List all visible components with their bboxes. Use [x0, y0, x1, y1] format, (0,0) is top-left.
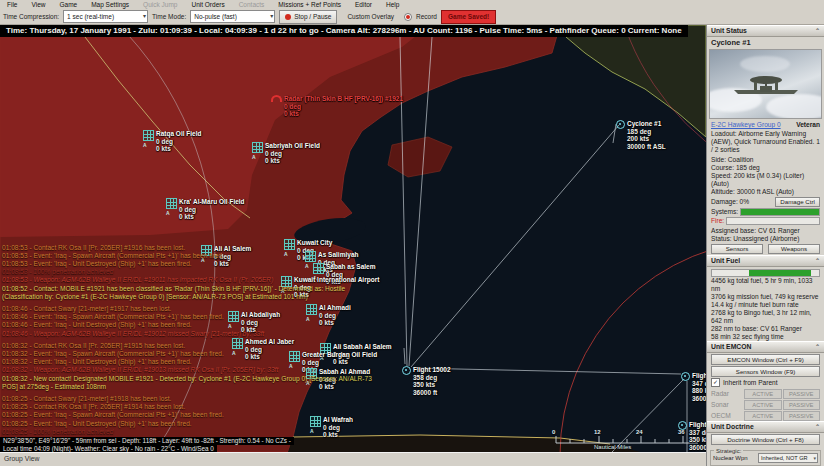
log-entry[interactable]: 01:08:25 - Contact RK Osa II [Pr. 205ER]…: [2, 403, 372, 411]
log-entry[interactable]: 01:08:46 - Event: 'Iraq - Unit Destroyed…: [2, 321, 372, 329]
inherit-checkbox[interactable]: ✓: [711, 378, 720, 387]
aircraft-silhouette: [724, 72, 808, 102]
unit-fuel-header-label: Unit Fuel: [711, 257, 740, 265]
doctrine-select[interactable]: Inherited, NOT GR: [758, 453, 818, 463]
systems-label: Systems:: [711, 208, 738, 216]
menubar: FileViewGameMap SettingsQuick JumpUnit O…: [0, 0, 824, 9]
menu-missions-ref-points[interactable]: Missions + Ref Points: [271, 0, 348, 9]
collapse-icon[interactable]: ⌃: [815, 27, 820, 35]
map-unit-air[interactable]: Flight 15003347 deg880 kts36000 ft: [681, 372, 706, 402]
log-entry[interactable]: 01:08:53 - Contact RK Osa II [Pr. 205ER]…: [2, 244, 372, 252]
message-log[interactable]: 01:08:53 - Contact RK Osa II [Pr. 205ER]…: [2, 244, 372, 436]
emcon-passive-button[interactable]: PASSIVE: [783, 400, 821, 410]
log-entry[interactable]: 01:08:32 - Contact RK Osa II [Pr. 205ER]…: [2, 342, 372, 350]
fuel-details: 4456 kg total fuel, 5 hr 9 min, 1033 nm3…: [707, 277, 824, 341]
menu-view[interactable]: View: [24, 0, 52, 9]
log-entry[interactable]: 01:08:46 - Contact Swary [21-meter] #191…: [2, 305, 372, 313]
log-entry[interactable]: 01:08:32 - New contact! Designated MOBIL…: [2, 375, 372, 383]
facility-icon: [252, 142, 263, 153]
emcon-passive-button[interactable]: PASSIVE: [783, 389, 821, 399]
sensors-button[interactable]: Sensors: [711, 244, 763, 254]
unit-label: Sabriyah Oil Field0 deg0 kts: [265, 142, 320, 165]
map-unit-facility[interactable]: Sabriyah Oil Field0 deg0 kts: [252, 142, 320, 165]
menu-file[interactable]: File: [0, 0, 24, 9]
assigned-base-text: Assigned base: CV 61 Ranger: [707, 227, 824, 235]
fuel-line: 4456 kg total fuel, 5 hr 9 min, 1033 nm: [711, 277, 820, 293]
scale-tick: 0: [552, 429, 555, 435]
log-entry[interactable]: 01:08:25 - Event: 'Iraq - Unit Destroyed…: [2, 420, 372, 428]
cursor-status: N29°38'50", E49°16'29" - 59nm from sel -…: [0, 437, 294, 452]
emcon-active-button[interactable]: ACTIVE: [744, 400, 782, 410]
log-entry[interactable]: 01:08:32 - Event: 'Iraq - Spawn Aircraft…: [2, 350, 372, 358]
unit-doctrine-header-label: Unit Doctrine: [711, 423, 754, 431]
menu-quick-jump: Quick Jump: [136, 0, 184, 9]
custom-overlay-label: Custom Overlay: [347, 11, 394, 22]
map-unit-hostile[interactable]: Radar (Thin Skin B HF [PRV-16]) #19210 d…: [271, 95, 403, 118]
log-entry[interactable]: 01:08:53 - Event: 'Iraq - Spawn Aircraft…: [2, 252, 372, 260]
log-entry[interactable]: 01:08:46 - Event: 'Iraq - Spawn Aircraft…: [2, 313, 372, 321]
log-entry[interactable]: 01:08:25 - Contact Swary [21-meter] #191…: [2, 395, 372, 403]
collapse-icon[interactable]: ⌃: [815, 423, 820, 431]
doctrine-window-button[interactable]: Doctrine Window (Ctrl + F8): [711, 434, 820, 445]
unit-status-text: Status: Unassigned (Airborne): [707, 235, 824, 243]
unit-label: Flight 15003347 deg880 kts36000 ft: [692, 372, 706, 402]
collapse-icon[interactable]: ⌃: [815, 343, 820, 351]
game-saved-button[interactable]: Game Saved!: [441, 10, 496, 24]
log-entry[interactable]: 01:08:52 - Contact: MOBILE #1921 has bee…: [2, 285, 372, 293]
log-entry[interactable]: 01:08:53 - Event: 'Iraq - Unit Destroyed…: [2, 260, 372, 268]
map-unit-air[interactable]: Flight 15004337 deg350 kts36000 ft: [678, 421, 706, 451]
scale-tick: 36: [678, 429, 685, 435]
fuel-bar: [711, 269, 820, 277]
stop-pause-button[interactable]: Stop / Pause: [279, 10, 337, 24]
unit-class-link[interactable]: E-2C Hawkeye Group 0: [711, 121, 781, 129]
emcon-row-label: OECM: [711, 411, 743, 421]
unit-doctrine-header[interactable]: Unit Doctrine ⌃: [707, 421, 824, 433]
status-line-1: N29°38'50", E49°16'29" - 59nm from sel -…: [0, 437, 294, 445]
log-entry[interactable]: 01:08:46 - Weapon: AGM-62B Walleye II ER…: [2, 330, 372, 338]
unit-label: Cyclone #1185 deg200 kts30000 ft ASL: [627, 120, 666, 150]
log-entry[interactable]: 01:08:53 - Weapon: AGM-62B Walleye II ER…: [2, 276, 372, 284]
log-entry[interactable]: 01:08:25 - Event: 'Iraq - Spawn Aircraft…: [2, 411, 372, 419]
altitude-text: Altitude: 30000 ft ASL (Auto): [707, 188, 824, 196]
map-unit-air[interactable]: Flight 15002358 deg350 kts36000 ft: [402, 366, 451, 396]
emcon-active-button[interactable]: ACTIVE: [744, 411, 782, 421]
unit-name: Cyclone #1: [707, 37, 824, 48]
map-unit-facility[interactable]: Kra' Al-Maru Oil Field0 deg0 kts: [166, 198, 245, 221]
map-unit-facility[interactable]: Ratqa Oil Field0 deg0 kts: [143, 130, 202, 153]
fuel-line: 2768 kg to Bingo fuel, 3 hr 12 min, 642 …: [711, 309, 820, 325]
damage-ctrl-button[interactable]: Damage Ctrl: [775, 197, 820, 207]
map-viewport[interactable]: Ratqa Oil Field0 deg0 ktsSabriyah Oil Fi…: [0, 25, 706, 452]
sensors-window-button[interactable]: Sensors Window (F9): [711, 366, 820, 377]
custom-overlay-button[interactable]: Custom Overlay: [341, 10, 400, 24]
menu-unit-orders[interactable]: Unit Orders: [184, 0, 231, 9]
collapse-icon[interactable]: ⌃: [815, 257, 820, 265]
menu-map-settings[interactable]: Map Settings: [84, 0, 136, 9]
unit-status-header[interactable]: Unit Status ⌃: [707, 25, 824, 37]
log-entry[interactable]: (Classification by: Cyclone #1 (E-2C Haw…: [2, 293, 372, 301]
log-entry[interactable]: POS] at 275deg - Estimated 108nm: [2, 383, 372, 391]
unit-label: Kra' Al-Maru Oil Field0 deg0 kts: [179, 198, 245, 221]
menu-editor[interactable]: Editor: [348, 0, 379, 9]
fire-label: Fire:: [711, 217, 724, 225]
emcon-active-button[interactable]: ACTIVE: [744, 389, 782, 399]
emcon-window-button[interactable]: EMCON Window (Ctrl + F9): [711, 354, 820, 365]
group-view-bar[interactable]: Group View: [0, 452, 706, 466]
time-mode-select[interactable]: No-pulse (fast): [190, 10, 275, 23]
record-radio[interactable]: [404, 13, 412, 21]
toolbar: Time Compression: 1 sec (real-time) Time…: [0, 9, 824, 25]
emcon-passive-button[interactable]: PASSIVE: [783, 411, 821, 421]
time-compression-select[interactable]: 1 sec (real-time): [63, 10, 148, 23]
log-entry[interactable]: 01:08:32 - Event: 'Iraq - Unit Destroyed…: [2, 358, 372, 366]
proficiency-label: Veteran: [796, 121, 820, 129]
map-unit-air[interactable]: Cyclone #1185 deg200 kts30000 ft ASL: [616, 120, 666, 150]
fuel-line: 58 min 32 sec flying time: [711, 333, 820, 341]
log-entry[interactable]: 01:08:32 - Weapon: AGM-62B Walleye II ER…: [2, 366, 372, 374]
course-text: Course: 185 deg: [707, 164, 824, 172]
log-entry[interactable]: 01:08:53 - 100% penetration achieved: [2, 268, 372, 276]
weapons-button[interactable]: Weapons: [768, 244, 820, 254]
unit-fuel-header[interactable]: Unit Fuel ⌃: [707, 255, 824, 267]
menu-help[interactable]: Help: [379, 0, 406, 9]
menu-game[interactable]: Game: [52, 0, 84, 9]
log-entry[interactable]: 01:08:25 - 100% penetration achieved: [2, 428, 372, 436]
unit-emcon-header[interactable]: Unit EMCON ⌃: [707, 341, 824, 353]
